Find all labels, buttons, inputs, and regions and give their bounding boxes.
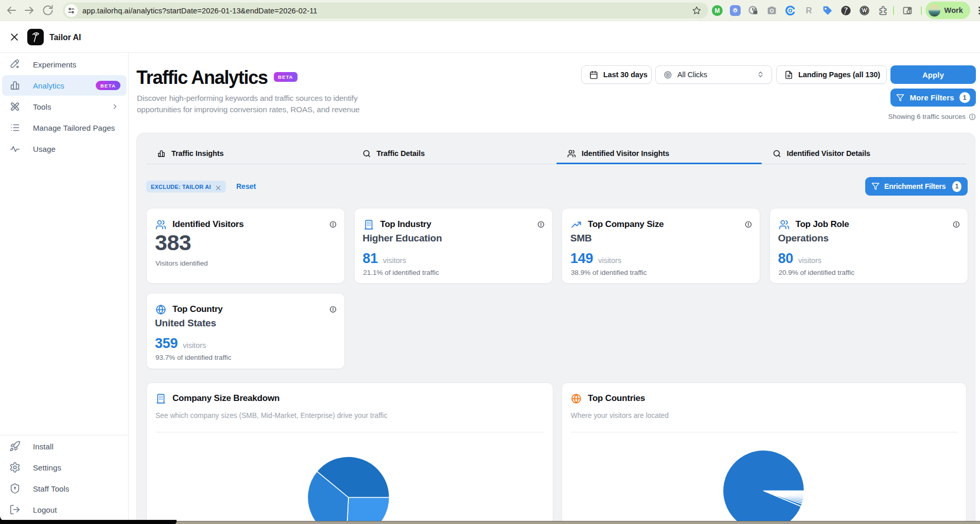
bottom-strip-dark — [0, 520, 177, 524]
pie-charts-layer — [0, 0, 980, 524]
screen: app.tailorhq.ai/analytics?startDate=2026… — [0, 0, 980, 524]
bottom-strip-tan — [177, 521, 980, 524]
pie-segment — [723, 450, 804, 524]
pie-segment — [346, 498, 389, 524]
